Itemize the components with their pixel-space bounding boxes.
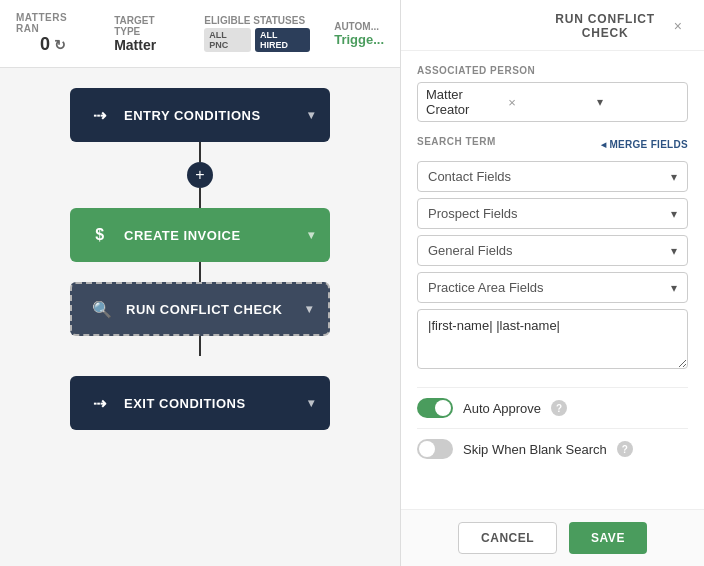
conflict-chevron: ▾ [306, 302, 313, 316]
target-type-value: Matter [114, 37, 180, 53]
panel-title: RUN CONFLICT CHECK [542, 12, 667, 40]
practice-area-fields-arrow: ▾ [671, 281, 677, 295]
skip-when-blank-row: Skip When Blank Search ? [417, 428, 688, 469]
cancel-button[interactable]: CANCEL [458, 522, 557, 554]
general-fields-arrow: ▾ [671, 244, 677, 258]
conflict-label: RUN CONFLICT CHECK [116, 302, 306, 317]
matters-ran-icon: ↻ [54, 37, 66, 53]
node-entry-conditions[interactable]: ⇢ ENTRY CONDITIONS ▾ [70, 88, 330, 142]
search-term-textarea[interactable]: |first-name| |last-name| [417, 309, 688, 369]
matters-ran-value: 0 ↻ [40, 34, 66, 55]
prospect-fields-arrow: ▾ [671, 207, 677, 221]
badge-pnc: ALL PNC [204, 28, 251, 52]
skip-when-blank-label: Skip When Blank Search [463, 442, 607, 457]
entry-label: ENTRY CONDITIONS [114, 108, 308, 123]
auto-stat: AUTOM... Trigge... [334, 21, 384, 47]
search-term-header: SEARCH TERM ◂ MERGE FIELDS [417, 136, 688, 153]
associated-person-value: Matter Creator [426, 87, 508, 117]
left-panel: MATTERS RAN 0 ↻ TARGET TYPE Matter ELIGI… [0, 0, 400, 566]
node-exit-conditions[interactable]: ⇢ EXIT CONDITIONS ▾ [70, 376, 330, 430]
general-fields-label: General Fields [428, 243, 513, 258]
merge-fields-button[interactable]: ◂ MERGE FIELDS [601, 139, 688, 150]
assoc-dropdown-icon[interactable]: ▾ [597, 95, 679, 109]
entry-chevron: ▾ [308, 108, 315, 122]
matters-ran-stat: MATTERS RAN 0 ↻ [16, 12, 90, 55]
target-type-stat: TARGET TYPE Matter [114, 15, 180, 53]
save-button[interactable]: SAVE [569, 522, 647, 554]
connector-2 [199, 188, 201, 208]
right-panel: RUN CONFLICT CHECK × ASSOCIATED PERSON M… [400, 0, 704, 566]
invoice-label: CREATE INVOICE [114, 228, 308, 243]
workflow-header: MATTERS RAN 0 ↻ TARGET TYPE Matter ELIGI… [0, 0, 400, 68]
general-fields-dropdown[interactable]: General Fields ▾ [417, 235, 688, 266]
exit-icon: ⇢ [86, 389, 114, 417]
add-button-1[interactable]: + [187, 162, 213, 188]
node-create-invoice[interactable]: $ CREATE INVOICE ▾ [70, 208, 330, 262]
auto-approve-thumb [435, 400, 451, 416]
badge-row: ALL PNC ALL HIRED [204, 28, 310, 52]
contact-fields-label: Contact Fields [428, 169, 511, 184]
skip-when-blank-toggle[interactable] [417, 439, 453, 459]
entry-icon: ⇢ [86, 101, 114, 129]
auto-approve-help-icon[interactable]: ? [551, 400, 567, 416]
associated-person-field[interactable]: Matter Creator × ▾ [417, 82, 688, 122]
contact-fields-arrow: ▾ [671, 170, 677, 184]
panel-header: RUN CONFLICT CHECK × [401, 0, 704, 51]
panel-body: ASSOCIATED PERSON Matter Creator × ▾ SEA… [401, 51, 704, 509]
connector-4 [199, 336, 201, 356]
matters-ran-label: MATTERS RAN [16, 12, 90, 34]
search-term-label: SEARCH TERM [417, 136, 496, 147]
workflow-area: ⇢ ENTRY CONDITIONS ▾ + $ CREATE INVOICE … [0, 68, 400, 450]
prospect-fields-label: Prospect Fields [428, 206, 518, 221]
eligible-statuses-stat: ELIGIBLE STATUSES ALL PNC ALL HIRED [204, 15, 310, 52]
exit-label: EXIT CONDITIONS [114, 396, 308, 411]
badge-hired: ALL HIRED [255, 28, 310, 52]
node-run-conflict-check[interactable]: 🔍 RUN CONFLICT CHECK ▾ [70, 282, 330, 336]
auto-label: AUTOM... [334, 21, 384, 32]
practice-area-fields-dropdown[interactable]: Practice Area Fields ▾ [417, 272, 688, 303]
auto-value: Trigge... [334, 32, 384, 47]
prospect-fields-dropdown[interactable]: Prospect Fields ▾ [417, 198, 688, 229]
assoc-clear-icon[interactable]: × [508, 95, 590, 110]
exit-chevron: ▾ [308, 396, 315, 410]
panel-footer: CANCEL SAVE [401, 509, 704, 566]
skip-when-blank-help-icon[interactable]: ? [617, 441, 633, 457]
conflict-icon: 🔍 [88, 295, 116, 323]
connector-3 [199, 262, 201, 282]
invoice-icon: $ [86, 221, 114, 249]
connector-1 [199, 142, 201, 162]
target-type-label: TARGET TYPE [114, 15, 180, 37]
auto-approve-label: Auto Approve [463, 401, 541, 416]
invoice-chevron: ▾ [308, 228, 315, 242]
associated-person-label: ASSOCIATED PERSON [417, 65, 688, 76]
skip-when-blank-thumb [419, 441, 435, 457]
practice-area-fields-label: Practice Area Fields [428, 280, 544, 295]
contact-fields-dropdown[interactable]: Contact Fields ▾ [417, 161, 688, 192]
close-button[interactable]: × [668, 16, 688, 36]
eligible-statuses-label: ELIGIBLE STATUSES [204, 15, 310, 26]
auto-approve-toggle[interactable] [417, 398, 453, 418]
auto-approve-row: Auto Approve ? [417, 387, 688, 428]
